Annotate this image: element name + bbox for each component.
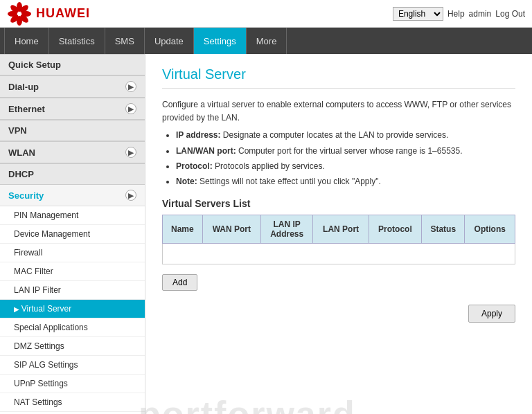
main-layout: portforward Quick Setup Dial-up ▶ Ethern… <box>0 54 532 414</box>
sidebar-item-upnp-settings[interactable]: UPnP Settings <box>0 375 145 393</box>
table-section-title: Virtual Servers List <box>162 198 515 209</box>
nav-statistics[interactable]: Statistics <box>49 28 105 54</box>
sidebar-item-dmz-settings[interactable]: DMZ Settings <box>0 337 145 356</box>
sidebar-item-sip-alg-settings[interactable]: SIP ALG Settings <box>0 356 145 375</box>
bullet-2: LAN/WAN port: Computer port for the virt… <box>176 145 515 158</box>
col-protocol: Protocol <box>369 215 421 244</box>
apply-row: Apply <box>162 305 515 323</box>
apply-button[interactable]: Apply <box>468 305 515 323</box>
sidebar-item-lan-ip-filter[interactable]: LAN IP Filter <box>0 281 145 300</box>
ethernet-arrow-icon: ▶ <box>125 103 136 114</box>
sidebar-item-firewall[interactable]: Firewall <box>0 244 145 262</box>
wlan-arrow-icon: ▶ <box>125 147 136 158</box>
nav-sms[interactable]: SMS <box>105 28 145 54</box>
help-link[interactable]: Help <box>447 9 465 19</box>
language-select[interactable]: English Chinese <box>393 7 443 21</box>
bullet-4: Note: Settings will not take effect unti… <box>176 175 515 188</box>
sidebar-item-device-management[interactable]: Device Management <box>0 225 145 244</box>
sidebar-item-dialup[interactable]: Dial-up ▶ <box>0 75 145 98</box>
col-name: Name <box>163 215 203 244</box>
col-wan-port: WAN Port <box>202 215 260 244</box>
logo-area: HUAWEI <box>7 1 90 26</box>
sidebar-item-mac-filter[interactable]: MAC Filter <box>0 262 145 281</box>
nav-more[interactable]: More <box>247 28 287 54</box>
sidebar: Quick Setup Dial-up ▶ Ethernet ▶ VPN WLA… <box>0 54 145 414</box>
nav-bar: Home Statistics SMS Update Settings More <box>0 28 532 54</box>
sidebar-item-dhcp[interactable]: DHCP <box>0 163 145 185</box>
sidebar-item-security[interactable]: Security ▶ <box>0 185 145 206</box>
nav-settings[interactable]: Settings <box>194 28 247 54</box>
col-lan-ip: LAN IPAddress <box>260 215 313 244</box>
bullet-3: Protocol: Protocols applied by services. <box>176 160 515 173</box>
bullet-1: IP address: Designate a computer locates… <box>176 129 515 142</box>
dialup-arrow-icon: ▶ <box>125 81 136 92</box>
empty-row <box>163 244 515 264</box>
nav-update[interactable]: Update <box>145 28 194 54</box>
sidebar-item-vpn[interactable]: VPN <box>0 120 145 141</box>
page-title: Virtual Server <box>162 66 515 89</box>
virtual-servers-table: Name WAN Port LAN IPAddress LAN Port Pro… <box>162 215 515 264</box>
col-options: Options <box>465 215 515 244</box>
col-status: Status <box>422 215 465 244</box>
logo-text: HUAWEI <box>36 6 90 21</box>
sidebar-item-wlan[interactable]: WLAN ▶ <box>0 141 145 163</box>
huawei-logo-icon <box>7 1 32 26</box>
description-line2: provided by the LAN. <box>162 113 240 123</box>
logout-link[interactable]: Log Out <box>495 9 525 19</box>
sidebar-item-ethernet[interactable]: Ethernet ▶ <box>0 98 145 120</box>
add-button[interactable]: Add <box>162 274 197 291</box>
description-box: Configure a virtual server to enable ext… <box>162 98 515 188</box>
sidebar-item-quick-setup[interactable]: Quick Setup <box>0 54 145 75</box>
sidebar-item-nat-settings[interactable]: NAT Settings <box>0 393 145 412</box>
top-bar: HUAWEI English Chinese Help admin Log Ou… <box>0 0 532 28</box>
nav-home[interactable]: Home <box>4 28 49 54</box>
security-arrow-icon: ▶ <box>125 190 136 201</box>
sidebar-item-special-applications[interactable]: Special Applications <box>0 318 145 337</box>
admin-label: admin <box>469 9 492 19</box>
top-right-controls: English Chinese Help admin Log Out <box>393 7 525 21</box>
sidebar-item-pin-management[interactable]: PIN Management <box>0 206 145 225</box>
sidebar-item-virtual-server[interactable]: Virtual Server <box>0 300 145 318</box>
content-area: Virtual Server Configure a virtual serve… <box>145 54 532 414</box>
col-lan-port: LAN Port <box>313 215 369 244</box>
description-line1: Configure a virtual server to enable ext… <box>162 100 511 109</box>
